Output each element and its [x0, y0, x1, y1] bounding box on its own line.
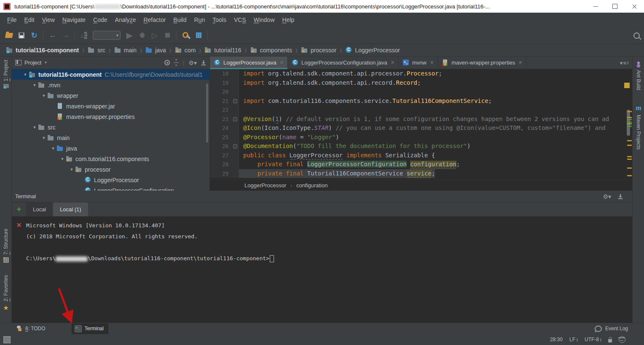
- expanded-arrow-icon[interactable]: ▼: [40, 94, 47, 98]
- menu-analyze[interactable]: Analyze: [111, 15, 140, 24]
- menu-refactor[interactable]: Refactor: [140, 15, 169, 24]
- tree-row-com-tutorial116-components[interactable]: ▼com.tutorial116.components: [12, 154, 209, 164]
- terminal-toolwindow-button[interactable]: Terminal: [72, 323, 108, 334]
- expanded-arrow-icon[interactable]: ▼: [31, 125, 38, 129]
- project-vertical-scrollbar[interactable]: [206, 84, 208, 143]
- breadcrumb-item-tutorial116-component[interactable]: tutorial116-component: [5, 47, 80, 54]
- tab-list-button[interactable]: ▾≡2: [620, 57, 629, 69]
- terminal-tab-local[interactable]: Local: [26, 202, 53, 216]
- new-session-button[interactable]: +: [12, 202, 26, 216]
- tree-row-java[interactable]: ▼java: [12, 143, 209, 154]
- breadcrumb-item-components[interactable]: components: [250, 47, 293, 54]
- tree-row-processor[interactable]: ▼processor: [12, 164, 209, 175]
- tree-row-loggerprocessor[interactable]: LoggerProcessor: [12, 175, 209, 185]
- fold-marker-icon[interactable]: [232, 115, 239, 124]
- breadcrumb-class[interactable]: LoggerProcessor: [244, 182, 286, 189]
- code-editor[interactable]: 18import org.talend.sdk.component.api.pr…: [210, 69, 632, 180]
- terminal-tab-local-1[interactable]: Local (1): [53, 202, 88, 216]
- encoding-widget[interactable]: UTF-8▴▾: [585, 337, 601, 342]
- close-icon[interactable]: ✕: [391, 60, 394, 65]
- hide-panel-icon[interactable]: [201, 60, 206, 65]
- menu-view[interactable]: View: [38, 15, 59, 24]
- expanded-arrow-icon[interactable]: ▼: [22, 73, 29, 77]
- breadcrumb-item-java[interactable]: java: [145, 47, 167, 54]
- tree-row-tutorial116-component[interactable]: ▼tutorial116-componentC:\Users\fborgne\D…: [12, 69, 209, 80]
- editor-tab-maven-wrapper-properties[interactable]: maven-wrapper.properties✕: [438, 57, 526, 69]
- tree-row-src[interactable]: ▼src: [12, 122, 209, 132]
- tree-row-wrapper[interactable]: ▼wrapper: [12, 90, 209, 101]
- search-everywhere-button[interactable]: [633, 27, 640, 44]
- menu-help[interactable]: Help: [279, 15, 298, 24]
- breadcrumb-item-main[interactable]: main: [113, 47, 137, 54]
- sidebar-item-structure[interactable]: 7: Structure: [0, 229, 12, 263]
- event-log-button[interactable]: Event Log: [595, 326, 628, 332]
- run-button[interactable]: ▶: [124, 30, 135, 41]
- sidebar-item-project[interactable]: 1: Project: [0, 60, 12, 88]
- run-config-select[interactable]: ▾: [93, 31, 121, 40]
- collapse-all-icon[interactable]: ▼: [174, 60, 179, 65]
- maximize-button[interactable]: [605, 0, 625, 13]
- expanded-arrow-icon[interactable]: ▼: [50, 146, 56, 151]
- expanded-arrow-icon[interactable]: ▼: [31, 83, 38, 87]
- debug-button[interactable]: [137, 30, 148, 41]
- terminal-hide-icon[interactable]: [618, 194, 623, 199]
- breadcrumb-member[interactable]: configuration: [296, 182, 327, 189]
- gear-icon[interactable]: ⚙▾: [188, 59, 197, 66]
- terminal-gear-icon[interactable]: ⚙▾: [603, 193, 611, 200]
- stop-button[interactable]: [162, 30, 173, 41]
- menu-build[interactable]: Build: [169, 15, 190, 24]
- fold-marker-icon[interactable]: [232, 142, 239, 151]
- locate-file-icon[interactable]: [164, 60, 170, 65]
- open-file-button[interactable]: [3, 30, 14, 41]
- hector-inspections-icon[interactable]: [619, 336, 625, 343]
- editor-tab-loggerprocessor-java[interactable]: LoggerProcessor.java✕: [210, 57, 288, 69]
- terminal-body[interactable]: ✕ Microsoft Windows [Version 10.0.17134.…: [12, 217, 632, 322]
- sidebar-item-favorites[interactable]: 2: Favorites ★: [0, 275, 12, 312]
- menu-vcs[interactable]: VCS: [230, 15, 250, 24]
- save-all-button[interactable]: [16, 30, 27, 41]
- expanded-arrow-icon[interactable]: ▼: [40, 136, 47, 140]
- back-button[interactable]: ←: [47, 30, 58, 41]
- close-icon[interactable]: ✕: [430, 60, 434, 65]
- project-structure-button[interactable]: [193, 30, 204, 41]
- editor-tab-loggerprocessorconfiguration-java[interactable]: LoggerProcessorConfiguration.java✕: [288, 57, 399, 69]
- close-icon[interactable]: ✕: [280, 60, 284, 65]
- synchronize-button[interactable]: ↻: [29, 30, 40, 41]
- menu-navigate[interactable]: Navigate: [59, 15, 89, 24]
- todo-button[interactable]: 6: TODO: [14, 325, 48, 332]
- close-icon[interactable]: ✕: [518, 60, 522, 65]
- tree-row-mvn[interactable]: ▼.mvn: [12, 80, 209, 90]
- menu-window[interactable]: Window: [250, 15, 279, 24]
- fold-marker-icon[interactable]: [232, 97, 239, 106]
- menu-edit[interactable]: Edit: [21, 15, 38, 24]
- menu-code[interactable]: Code: [89, 15, 111, 24]
- menu-tools[interactable]: Tools: [209, 15, 230, 24]
- sidebar-item-ant-build[interactable]: Ant Build: [633, 62, 644, 90]
- breadcrumb-item-processor[interactable]: processor: [300, 47, 337, 54]
- coverage-button[interactable]: ▷: [149, 30, 160, 41]
- breadcrumb-item-loggerprocessor[interactable]: LoggerProcessor: [344, 47, 401, 54]
- menu-run[interactable]: Run: [191, 15, 209, 24]
- line-separator-widget[interactable]: LF▴▾: [569, 337, 578, 342]
- breadcrumb-item-com[interactable]: com: [174, 47, 196, 54]
- menu-file[interactable]: File: [3, 15, 21, 24]
- editor-tab-mvnw[interactable]: mvnw✕: [399, 57, 438, 69]
- breadcrumb-item-src[interactable]: src: [87, 47, 106, 54]
- tree-row-maven-wrapper-jar[interactable]: maven-wrapper.jar: [12, 101, 209, 111]
- breadcrumb-item-tutorial116[interactable]: tutorial116: [204, 47, 242, 54]
- expanded-arrow-icon[interactable]: ▼: [59, 157, 66, 161]
- settings-button[interactable]: [180, 30, 191, 41]
- chevron-down-icon[interactable]: ▼: [44, 61, 47, 65]
- expanded-arrow-icon[interactable]: ▼: [68, 167, 75, 172]
- close-session-icon[interactable]: ✕: [16, 222, 22, 322]
- sidebar-item-maven-projects[interactable]: m Maven Projects: [633, 104, 644, 150]
- tree-row-main[interactable]: ▼main: [12, 132, 209, 143]
- tree-row-loggerprocessorconfiguration[interactable]: LoggerProcessorConfiguration: [12, 185, 209, 191]
- forward-button[interactable]: →: [60, 30, 71, 41]
- toolwindow-toggle-icon[interactable]: [3, 336, 11, 343]
- tree-row-maven-wrapper-properties[interactable]: maven-wrapper.properties: [12, 111, 209, 122]
- editor-scrollbar[interactable]: [627, 110, 630, 136]
- caret-position[interactable]: 28:30: [550, 337, 563, 342]
- minimize-button[interactable]: [586, 0, 605, 13]
- lock-icon[interactable]: [608, 339, 612, 342]
